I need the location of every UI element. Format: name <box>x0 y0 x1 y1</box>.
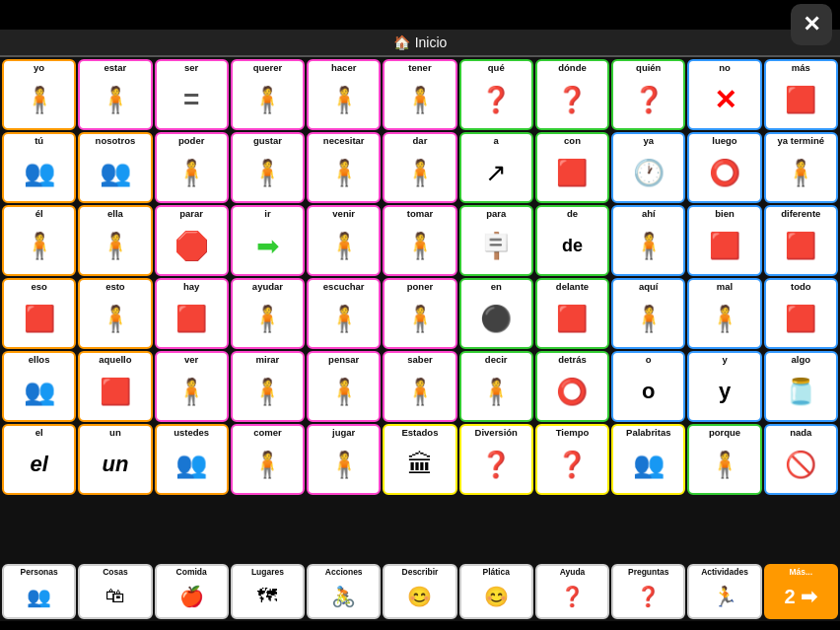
cell-label-2-5: tomar <box>385 209 454 219</box>
cell-3-8[interactable]: aquí🧍 <box>611 278 685 349</box>
cell-3-7[interactable]: delante🟥 <box>535 278 609 349</box>
cell-2-1[interactable]: ella🧍 <box>78 205 152 276</box>
cell-4-7[interactable]: detrás⭕ <box>535 351 609 422</box>
cell-1-0[interactable]: tú👥 <box>2 132 76 203</box>
cell-2-3[interactable]: ir➡ <box>231 205 305 276</box>
category-10[interactable]: Más...2 ➡ <box>764 564 838 619</box>
category-4[interactable]: Acciones🚴 <box>307 564 381 619</box>
cell-5-10[interactable]: nada🚫 <box>764 424 838 495</box>
cell-3-6[interactable]: en⚫ <box>459 278 533 349</box>
category-icon-5: 😊 <box>385 577 454 615</box>
cell-0-1[interactable]: estar🧍 <box>78 59 152 130</box>
cell-5-1[interactable]: unun <box>78 424 152 495</box>
cell-3-0[interactable]: eso🟥 <box>2 278 76 349</box>
cell-1-4[interactable]: necesitar🧍 <box>307 132 381 203</box>
cell-2-5[interactable]: tomar🧍 <box>383 205 456 276</box>
cell-5-5[interactable]: Estados🏛 <box>383 424 456 495</box>
cell-5-4[interactable]: jugar🧍 <box>307 424 381 495</box>
home-tool-button[interactable]: ⌂ <box>412 625 439 630</box>
cell-0-6[interactable]: qué❓ <box>459 59 533 130</box>
category-label-8: Preguntas <box>614 568 682 577</box>
cell-2-7[interactable]: dede <box>535 205 609 276</box>
cell-0-0[interactable]: yo🧍 <box>2 59 76 130</box>
cell-5-8[interactable]: Palabritas👥 <box>611 424 685 495</box>
keyboard-tool-button[interactable]: ⌨ <box>243 625 284 631</box>
cell-0-4[interactable]: hacer🧍 <box>307 59 381 130</box>
cell-5-9[interactable]: porque🧍 <box>687 424 761 495</box>
cell-1-3[interactable]: gustar🧍 <box>231 132 305 203</box>
cell-0-10[interactable]: más🟥 <box>764 59 838 130</box>
cell-3-10[interactable]: todo🟥 <box>764 278 838 349</box>
cell-3-9[interactable]: mal🧍 <box>687 278 761 349</box>
cell-1-6[interactable]: a↗ <box>459 132 533 203</box>
cell-4-4[interactable]: pensar🧍 <box>307 351 381 422</box>
cell-label-4-9: y <box>690 355 758 365</box>
cell-0-9[interactable]: no✕ <box>687 59 761 130</box>
grid-tool-button[interactable]: ⊞ <box>84 625 114 631</box>
cell-3-1[interactable]: esto🧍 <box>78 278 152 349</box>
cell-label-3-5: poner <box>385 282 454 292</box>
cell-2-4[interactable]: venir🧍 <box>307 205 381 276</box>
cell-2-9[interactable]: bien🟥 <box>687 205 761 276</box>
cell-2-8[interactable]: ahí🧍 <box>611 205 685 276</box>
cell-1-8[interactable]: ya🕐 <box>611 132 685 203</box>
cell-5-6[interactable]: Diversión❓ <box>459 424 533 495</box>
cell-2-2[interactable]: parar🛑 <box>155 205 229 276</box>
cell-0-7[interactable]: dónde❓ <box>535 59 609 130</box>
cell-4-1[interactable]: aquello🟥 <box>78 351 152 422</box>
cell-icon-5-5: 🏛 <box>385 438 454 491</box>
settings-tool-button[interactable]: ⚙ <box>725 625 756 631</box>
category-0[interactable]: Personas👥 <box>2 564 76 619</box>
cell-1-5[interactable]: dar🧍 <box>383 132 456 203</box>
cell-2-10[interactable]: diferente🟥 <box>764 205 838 276</box>
cell-0-8[interactable]: quién❓ <box>611 59 685 130</box>
cell-4-0[interactable]: ellos👥 <box>2 351 76 422</box>
home-icon: 🏠 <box>393 35 410 50</box>
category-5[interactable]: Describir😊 <box>383 564 456 619</box>
cell-4-9[interactable]: yy <box>687 351 761 422</box>
cell-1-7[interactable]: con🟥 <box>535 132 609 203</box>
cell-icon-0-3: 🧍 <box>234 73 302 126</box>
cell-0-5[interactable]: tener🧍 <box>383 59 456 130</box>
cell-icon-1-1: 👥 <box>81 146 149 199</box>
cell-2-6[interactable]: para🪧 <box>459 205 533 276</box>
cell-1-2[interactable]: poder🧍 <box>155 132 229 203</box>
cell-5-7[interactable]: Tiempo❓ <box>535 424 609 495</box>
cell-2-0[interactable]: él🧍 <box>2 205 76 276</box>
cell-label-0-9: no <box>690 63 758 73</box>
cell-4-8[interactable]: oo <box>611 351 685 422</box>
cell-0-2[interactable]: ser= <box>155 59 229 130</box>
cell-3-3[interactable]: ayudar🧍 <box>231 278 305 349</box>
category-1[interactable]: Cosas🛍 <box>78 564 152 619</box>
category-7[interactable]: Ayuda❓ <box>535 564 609 619</box>
cell-5-3[interactable]: comer🧍 <box>231 424 305 495</box>
cell-0-3[interactable]: querer🧍 <box>231 59 305 130</box>
cell-icon-5-0: el <box>5 438 73 491</box>
cell-3-2[interactable]: hay🟥 <box>155 278 229 349</box>
cell-5-2[interactable]: ustedes👥 <box>155 424 229 495</box>
cell-1-1[interactable]: nosotros👥 <box>78 132 152 203</box>
cell-icon-1-9: ⭕ <box>690 146 758 199</box>
cell-5-0[interactable]: elel <box>2 424 76 495</box>
category-3[interactable]: Lugares🗺 <box>231 564 305 619</box>
category-9[interactable]: Actividades🏃 <box>687 564 761 619</box>
category-6[interactable]: Plática😊 <box>459 564 533 619</box>
cell-4-10[interactable]: algo🫙 <box>764 351 838 422</box>
cell-4-2[interactable]: ver🧍 <box>155 351 229 422</box>
grid-row-2: él🧍ella🧍parar🛑ir➡venir🧍tomar🧍para🪧dedeah… <box>2 205 838 276</box>
cell-4-3[interactable]: mirar🧍 <box>231 351 305 422</box>
category-2[interactable]: Comida🍎 <box>155 564 229 619</box>
cell-1-9[interactable]: luego⭕ <box>687 132 761 203</box>
close-button[interactable]: ✕ <box>791 4 832 45</box>
edit-tool-button[interactable]: ✏ <box>566 625 596 631</box>
cell-4-6[interactable]: decir🧍 <box>459 351 533 422</box>
cell-label-2-3: ir <box>234 209 302 219</box>
cell-1-10[interactable]: ya terminé🧍 <box>764 132 838 203</box>
cell-label-0-3: querer <box>234 63 302 73</box>
cell-label-1-5: dar <box>385 136 454 146</box>
cell-3-5[interactable]: poner🧍 <box>383 278 456 349</box>
cell-icon-4-0: 👥 <box>5 365 73 418</box>
cell-3-4[interactable]: escuchar🧍 <box>307 278 381 349</box>
category-8[interactable]: Preguntas❓ <box>611 564 685 619</box>
cell-4-5[interactable]: saber🧍 <box>383 351 456 422</box>
